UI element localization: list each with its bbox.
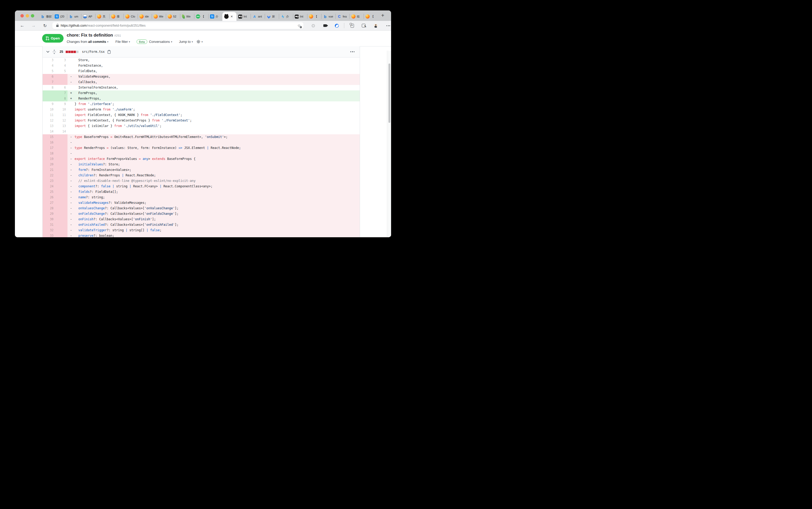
- camera-icon[interactable]: [321, 21, 329, 30]
- jump-to-dropdown[interactable]: Jump to▾: [179, 40, 193, 44]
- zoom-window-button[interactable]: [31, 14, 34, 18]
- copy-path-icon[interactable]: [107, 50, 111, 54]
- minimize-window-button[interactable]: [26, 14, 29, 18]
- old-line-number[interactable]: 3: [43, 58, 55, 63]
- page-scrollbar-thumb[interactable]: [388, 64, 390, 123]
- tab[interactable]: We: [152, 12, 166, 21]
- old-line-number[interactable]: 26: [43, 195, 55, 200]
- old-line-number[interactable]: 19: [43, 156, 55, 162]
- tab[interactable]: ϟ介: [279, 12, 293, 21]
- new-line-number[interactable]: [55, 178, 68, 184]
- file-filter-dropdown[interactable]: File filter▾: [115, 40, 130, 44]
- new-line-number[interactable]: 3: [55, 58, 68, 63]
- close-window-button[interactable]: [21, 14, 24, 18]
- old-line-number[interactable]: 23: [43, 178, 55, 184]
- old-line-number[interactable]: 30: [43, 216, 55, 222]
- more-menu-icon[interactable]: [384, 21, 391, 30]
- new-tab-button[interactable]: +: [380, 12, 386, 19]
- old-line-number[interactable]: 28: [43, 206, 55, 211]
- collapse-file-icon[interactable]: [46, 51, 50, 53]
- collections-icon[interactable]: +: [348, 21, 356, 30]
- new-line-number[interactable]: [55, 228, 68, 233]
- tab[interactable]: 知(20: [53, 12, 67, 21]
- old-line-number[interactable]: 12: [43, 118, 55, 123]
- new-line-number[interactable]: 11: [55, 112, 68, 118]
- lock-icon[interactable]: [56, 25, 59, 27]
- old-line-number[interactable]: 22: [43, 173, 55, 178]
- forward-icon[interactable]: →: [30, 21, 37, 30]
- tab[interactable]: 【: [364, 12, 378, 21]
- new-line-number[interactable]: [55, 173, 68, 178]
- tab[interactable]: 关: [95, 12, 110, 21]
- new-line-number[interactable]: [55, 206, 68, 211]
- new-line-number[interactable]: [55, 184, 68, 189]
- tab-github-active[interactable]: ✕: [222, 12, 237, 21]
- old-line-number[interactable]: 4: [43, 63, 55, 68]
- new-line-number[interactable]: 13: [55, 123, 68, 129]
- new-line-number[interactable]: [55, 233, 68, 237]
- old-line-number[interactable]: 25: [43, 189, 55, 195]
- tab[interactable]: AP: [81, 12, 95, 21]
- new-line-number[interactable]: [55, 195, 68, 200]
- old-line-number[interactable]: 9: [43, 101, 55, 107]
- tab[interactable]: bum: [67, 12, 81, 21]
- new-line-number[interactable]: [55, 145, 68, 151]
- tab[interactable]: 新: [265, 12, 279, 21]
- old-line-number[interactable]: 31: [43, 222, 55, 228]
- old-line-number[interactable]: 20: [43, 162, 55, 167]
- blue-extension-icon[interactable]: [333, 21, 341, 30]
- conversations-dropdown[interactable]: Conversations▾: [149, 40, 172, 44]
- old-line-number[interactable]: 17: [43, 145, 55, 151]
- tab[interactable]: 【: [307, 12, 321, 21]
- diff-settings-dropdown[interactable]: ▾: [196, 40, 203, 44]
- old-line-number[interactable]: 5: [43, 68, 55, 74]
- new-line-number[interactable]: [55, 167, 68, 173]
- tab[interactable]: Cfea: [335, 12, 349, 21]
- old-line-number[interactable]: 7: [43, 79, 55, 85]
- old-line-number[interactable]: 27: [43, 200, 55, 206]
- old-line-number[interactable]: 32: [43, 228, 55, 233]
- new-line-number[interactable]: [55, 222, 68, 228]
- tab[interactable]: b微软: [39, 12, 53, 21]
- back-icon[interactable]: ←: [19, 21, 26, 30]
- old-line-number[interactable]: [43, 96, 55, 101]
- old-line-number[interactable]: 33: [43, 233, 55, 237]
- new-line-number[interactable]: [55, 79, 68, 85]
- new-line-number[interactable]: [55, 189, 68, 195]
- new-line-number[interactable]: 9: [55, 101, 68, 107]
- new-line-number[interactable]: [55, 216, 68, 222]
- new-line-number[interactable]: [55, 200, 68, 206]
- new-line-number[interactable]: [55, 156, 68, 162]
- edit-shield-icon[interactable]: [360, 21, 368, 30]
- new-line-number[interactable]: 14: [55, 129, 68, 134]
- old-line-number[interactable]: 29: [43, 211, 55, 216]
- new-line-number[interactable]: [55, 162, 68, 167]
- old-line-number[interactable]: 8: [43, 85, 55, 91]
- react-devtools-icon[interactable]: [309, 21, 317, 30]
- old-line-number[interactable]: 24: [43, 184, 55, 189]
- old-line-number[interactable]: [43, 91, 55, 96]
- new-line-number[interactable]: 5: [55, 68, 68, 74]
- file-options-kebab-icon[interactable]: [350, 51, 355, 52]
- tab[interactable]: ide: [137, 12, 152, 21]
- new-line-number[interactable]: 10: [55, 107, 68, 112]
- old-line-number[interactable]: 11: [43, 112, 55, 118]
- tab[interactable]: 【: [194, 12, 208, 21]
- tab[interactable]: Clo: [123, 12, 137, 21]
- new-line-number[interactable]: 12: [55, 118, 68, 123]
- tab[interactable]: 组: [349, 12, 364, 21]
- address-bar[interactable]: https://github.com/react-component/field…: [52, 22, 304, 29]
- old-line-number[interactable]: 10: [43, 107, 55, 112]
- new-line-number[interactable]: [55, 140, 68, 145]
- old-line-number[interactable]: 18: [43, 151, 55, 156]
- new-line-number[interactable]: [55, 151, 68, 156]
- new-line-number[interactable]: [55, 74, 68, 79]
- new-line-number[interactable]: [55, 211, 68, 216]
- tab[interactable]: Int: [293, 12, 307, 21]
- old-line-number[interactable]: 16: [43, 140, 55, 145]
- avatar[interactable]: [372, 21, 380, 30]
- tab[interactable]: We: [180, 12, 194, 21]
- tab[interactable]: 知介: [208, 12, 222, 21]
- grabber-icon[interactable]: [53, 49, 56, 54]
- tab[interactable]: Int: [237, 12, 251, 21]
